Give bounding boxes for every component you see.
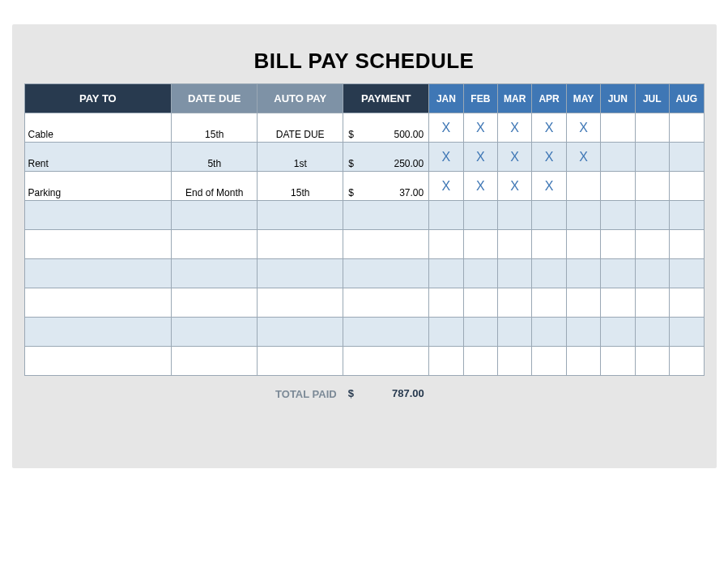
- cell-month[interactable]: [601, 143, 635, 172]
- cell-month[interactable]: [601, 259, 635, 288]
- cell-month[interactable]: X: [532, 172, 566, 201]
- cell-month[interactable]: X: [463, 143, 497, 172]
- cell-auto-pay[interactable]: [258, 201, 343, 230]
- cell-month[interactable]: [566, 201, 600, 230]
- cell-pay-to[interactable]: [24, 318, 172, 347]
- cell-payment[interactable]: [343, 259, 429, 288]
- cell-month[interactable]: [635, 113, 669, 143]
- cell-date-due[interactable]: 15th: [172, 113, 258, 143]
- cell-auto-pay[interactable]: [258, 318, 343, 347]
- cell-month[interactable]: [635, 143, 669, 172]
- cell-month[interactable]: [498, 201, 532, 230]
- cell-auto-pay[interactable]: 15th: [258, 172, 343, 201]
- cell-pay-to[interactable]: Cable: [24, 113, 172, 143]
- cell-month[interactable]: [532, 347, 566, 376]
- cell-pay-to[interactable]: Rent: [24, 143, 172, 172]
- cell-month[interactable]: [566, 318, 600, 347]
- cell-month[interactable]: [463, 201, 497, 230]
- cell-month[interactable]: [669, 259, 704, 288]
- cell-auto-pay[interactable]: [258, 230, 343, 259]
- cell-month[interactable]: [566, 347, 600, 376]
- cell-month[interactable]: [429, 288, 463, 318]
- cell-month[interactable]: [429, 230, 463, 259]
- cell-month[interactable]: [463, 230, 497, 259]
- cell-month[interactable]: [601, 201, 635, 230]
- cell-date-due[interactable]: [172, 288, 258, 318]
- cell-month[interactable]: [498, 230, 532, 259]
- cell-payment[interactable]: $250.00: [343, 143, 429, 172]
- cell-date-due[interactable]: [172, 318, 258, 347]
- cell-date-due[interactable]: [172, 347, 258, 376]
- cell-auto-pay[interactable]: [258, 347, 343, 376]
- cell-month[interactable]: [635, 347, 669, 376]
- cell-month[interactable]: [429, 259, 463, 288]
- cell-month[interactable]: [463, 288, 497, 318]
- cell-month[interactable]: [669, 113, 704, 143]
- cell-month[interactable]: X: [429, 143, 463, 172]
- cell-payment[interactable]: [343, 230, 429, 259]
- cell-month[interactable]: X: [463, 172, 497, 201]
- cell-payment[interactable]: [343, 347, 429, 376]
- cell-month[interactable]: [601, 288, 635, 318]
- cell-month[interactable]: X: [498, 172, 532, 201]
- cell-month[interactable]: [429, 201, 463, 230]
- cell-month[interactable]: X: [498, 113, 532, 143]
- cell-month[interactable]: [635, 172, 669, 201]
- cell-date-due[interactable]: [172, 201, 258, 230]
- cell-payment[interactable]: $37.00: [343, 172, 429, 201]
- cell-month[interactable]: [429, 318, 463, 347]
- cell-month[interactable]: X: [429, 172, 463, 201]
- cell-month[interactable]: [498, 347, 532, 376]
- cell-month[interactable]: [498, 288, 532, 318]
- cell-month[interactable]: [429, 347, 463, 376]
- cell-month[interactable]: [635, 288, 669, 318]
- cell-month[interactable]: [635, 201, 669, 230]
- cell-month[interactable]: [669, 201, 704, 230]
- cell-month[interactable]: [669, 230, 704, 259]
- cell-auto-pay[interactable]: 1st: [258, 143, 343, 172]
- cell-date-due[interactable]: 5th: [172, 143, 258, 172]
- cell-payment[interactable]: [343, 318, 429, 347]
- cell-month[interactable]: X: [566, 113, 600, 143]
- cell-payment[interactable]: [343, 201, 429, 230]
- cell-month[interactable]: X: [463, 113, 497, 143]
- cell-month[interactable]: X: [566, 143, 600, 172]
- cell-auto-pay[interactable]: [258, 259, 343, 288]
- cell-month[interactable]: [566, 172, 600, 201]
- cell-month[interactable]: [635, 230, 669, 259]
- cell-month[interactable]: [498, 318, 532, 347]
- cell-date-due[interactable]: [172, 259, 258, 288]
- cell-date-due[interactable]: [172, 230, 258, 259]
- cell-month[interactable]: [669, 288, 704, 318]
- cell-month[interactable]: [566, 288, 600, 318]
- cell-month[interactable]: [463, 318, 497, 347]
- cell-auto-pay[interactable]: [258, 288, 343, 318]
- cell-month[interactable]: [566, 230, 600, 259]
- cell-month[interactable]: X: [429, 113, 463, 143]
- cell-payment[interactable]: [343, 288, 429, 318]
- cell-month[interactable]: [601, 318, 635, 347]
- cell-month[interactable]: [498, 259, 532, 288]
- cell-month[interactable]: [532, 230, 566, 259]
- cell-auto-pay[interactable]: DATE DUE: [258, 113, 343, 143]
- cell-month[interactable]: [532, 288, 566, 318]
- cell-month[interactable]: [463, 347, 497, 376]
- cell-pay-to[interactable]: Parking: [24, 172, 172, 201]
- cell-month[interactable]: [635, 259, 669, 288]
- cell-month[interactable]: [669, 318, 704, 347]
- cell-date-due[interactable]: End of Month: [172, 172, 258, 201]
- cell-month[interactable]: [532, 259, 566, 288]
- cell-pay-to[interactable]: [24, 347, 172, 376]
- cell-pay-to[interactable]: [24, 201, 172, 230]
- cell-month[interactable]: X: [532, 143, 566, 172]
- cell-month[interactable]: [601, 172, 635, 201]
- cell-month[interactable]: [463, 259, 497, 288]
- cell-month[interactable]: [669, 143, 704, 172]
- cell-pay-to[interactable]: [24, 230, 172, 259]
- cell-month[interactable]: [566, 259, 600, 288]
- cell-month[interactable]: [601, 347, 635, 376]
- cell-month[interactable]: [669, 172, 704, 201]
- cell-payment[interactable]: $500.00: [343, 113, 429, 143]
- cell-month[interactable]: [601, 113, 635, 143]
- cell-month[interactable]: [601, 230, 635, 259]
